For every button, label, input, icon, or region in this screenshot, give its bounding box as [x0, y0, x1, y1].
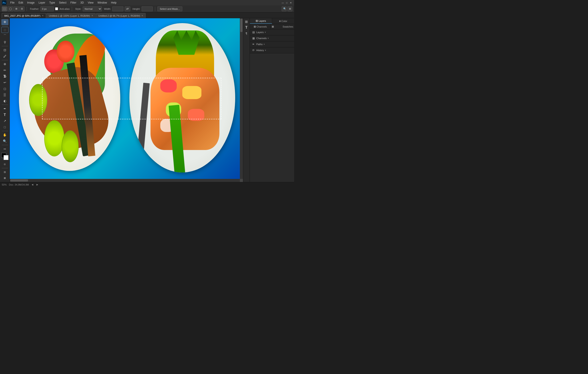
- menu-type[interactable]: Type: [47, 1, 57, 5]
- close-button[interactable]: ✕: [289, 1, 292, 4]
- tab-0[interactable]: IMG_2937.JPG @ 50% (RGB/8*) ✕: [2, 13, 46, 18]
- ellipse-marquee-btn[interactable]: ◯: [8, 6, 13, 11]
- hand-tool[interactable]: ✋: [1, 132, 9, 138]
- crop-tool[interactable]: ⊡: [1, 47, 9, 53]
- channels-panel-label: Channels: [256, 37, 267, 40]
- brush-tool[interactable]: ✏: [1, 67, 9, 73]
- swap-dimensions-btn[interactable]: ⇄: [125, 6, 130, 11]
- pen-tool[interactable]: ✒: [1, 106, 9, 112]
- tab-2-close[interactable]: ✕: [141, 15, 143, 17]
- layers-panel-header[interactable]: ▤ Layers ▾: [250, 29, 294, 35]
- screen-mode-btn[interactable]: ⊟: [1, 169, 9, 175]
- status-next-btn[interactable]: ▶: [36, 183, 39, 186]
- vertical-scrollbar[interactable]: [240, 18, 243, 179]
- gradient-tool[interactable]: ▒: [1, 92, 9, 98]
- feather-input[interactable]: [41, 6, 54, 11]
- lime2: [44, 120, 64, 156]
- quick-mask-btn[interactable]: ◎: [1, 161, 9, 167]
- right-sidebar: ▤ Layers ◈ Color ▦ Channels ▦ Layers Swa…: [250, 18, 294, 182]
- eraser-tool[interactable]: ◻: [1, 85, 9, 92]
- layers-tab-icon: ▤: [256, 19, 258, 22]
- color-tab-label: Color: [282, 20, 287, 22]
- color-tab[interactable]: ◈ Color: [272, 18, 294, 24]
- anti-alias-checkbox[interactable]: [55, 7, 58, 10]
- paths-panel-group: ✒ Paths ▾: [250, 41, 294, 47]
- style-select[interactable]: Normal Fixed Ratio Fixed Size: [83, 6, 102, 11]
- history-panel-header[interactable]: ⟳ History ▾: [250, 47, 294, 53]
- menu-view[interactable]: View: [86, 1, 95, 5]
- paths-panel-header[interactable]: ✒ Paths ▾: [250, 41, 294, 47]
- rotate-view-btn[interactable]: ⊠: [1, 175, 9, 181]
- tab-2[interactable]: Untitled-2 @ 66,7% (Layer 1, RGB/8#) ✕: [96, 13, 146, 18]
- lasso-tool[interactable]: ⌒: [1, 33, 9, 39]
- marquee-tool[interactable]: ⬚: [1, 27, 9, 33]
- artboard-tool-btn[interactable]: ⊞: [244, 19, 249, 24]
- more-tools-btn[interactable]: •••: [1, 146, 9, 152]
- subtract-selection-btn[interactable]: ⊟: [19, 6, 24, 11]
- canvas-area[interactable]: [10, 18, 243, 182]
- shape-tool[interactable]: □: [1, 124, 9, 130]
- tab-1-label: Untitled-1 @ 100% (Layer 1, RGB/8#): [49, 14, 90, 17]
- food-image: [10, 18, 240, 179]
- v-scrollbar-thumb[interactable]: [240, 19, 242, 32]
- menu-edit[interactable]: Edit: [17, 1, 25, 5]
- healing-tool[interactable]: ⊕: [1, 61, 9, 67]
- foreground-options: [1, 153, 9, 160]
- menu-layer[interactable]: Layer: [37, 1, 47, 5]
- status-prev-btn[interactable]: ◀: [31, 183, 34, 186]
- tab-1[interactable]: Untitled-1 @ 100% (Layer 1, RGB/8#) ✕: [46, 13, 95, 18]
- paths-panel-label: Paths: [256, 43, 262, 46]
- type-tool[interactable]: T: [1, 112, 9, 118]
- maximize-button[interactable]: □: [285, 1, 288, 4]
- tab-1-close[interactable]: ✕: [91, 15, 93, 17]
- menu-bar: Ps File Edit Image Layer Type Select Fil…: [0, 0, 294, 5]
- menu-filter[interactable]: Filter: [69, 1, 78, 5]
- pineapple-leaves: [173, 31, 200, 55]
- zoom-tool[interactable]: 🔍: [1, 138, 9, 144]
- type-tool-side-btn[interactable]: T: [244, 25, 249, 30]
- width-input[interactable]: [112, 6, 123, 11]
- eyedropper-tool[interactable]: 🖉: [1, 53, 9, 59]
- path-select-tool[interactable]: ↗: [1, 118, 9, 124]
- paragraph-tool-btn[interactable]: ¶: [244, 31, 249, 36]
- chunk1: [160, 79, 177, 93]
- minimize-button[interactable]: —: [281, 1, 284, 4]
- menu-file[interactable]: File: [9, 1, 16, 5]
- workspace-btn[interactable]: ⊞: [287, 6, 292, 11]
- divider-2: [72, 7, 72, 11]
- add-selection-btn[interactable]: ⊞: [14, 6, 19, 11]
- swatches-tab[interactable]: ▦ Layers Swatches: [271, 24, 294, 29]
- menu-select[interactable]: Select: [57, 1, 68, 5]
- h-scrollbar-thumb[interactable]: [10, 179, 28, 182]
- channels-tab-label: Channels: [257, 25, 267, 28]
- style-label: Style:: [75, 8, 81, 10]
- menu-window[interactable]: Window: [96, 1, 109, 5]
- burn-tool[interactable]: ◐: [1, 98, 9, 104]
- quick-select-tool[interactable]: ⚲: [1, 39, 9, 45]
- history-brush-tool[interactable]: ↩: [1, 80, 9, 85]
- anti-alias-area: Anti-alias: [55, 7, 70, 10]
- channels-panel-icon: ▦: [252, 36, 255, 40]
- tab-0-close[interactable]: ✕: [42, 15, 43, 17]
- horizontal-scrollbar[interactable]: [10, 179, 240, 182]
- menu-help[interactable]: Help: [109, 1, 118, 5]
- menu-3d[interactable]: 3D: [78, 1, 85, 5]
- window-controls: — □ ✕: [281, 1, 292, 4]
- chunk2: [182, 86, 202, 99]
- height-input[interactable]: [142, 6, 153, 11]
- clone-stamp-tool[interactable]: 🗜: [1, 73, 9, 79]
- app-logo: Ps: [2, 0, 7, 5]
- panel-tabs-top: ▤ Layers ◈ Color: [250, 18, 294, 24]
- fork-right: [137, 83, 150, 157]
- menu-image[interactable]: Image: [25, 1, 36, 5]
- channels-panel-header[interactable]: ▦ Channels ▾: [250, 35, 294, 41]
- rect-marquee-btn[interactable]: ⬚: [2, 6, 7, 11]
- background-color[interactable]: [4, 155, 9, 160]
- history-collapse-arrow: ▾: [265, 49, 266, 51]
- select-mask-button[interactable]: Select and Mask...: [158, 6, 182, 11]
- layers-tab[interactable]: ▤ Layers: [250, 18, 272, 24]
- move-tool[interactable]: ✥: [1, 19, 9, 25]
- search-btn[interactable]: 🔍: [282, 6, 287, 11]
- channels-tab[interactable]: ▦ Channels: [250, 24, 271, 29]
- layers-panel-group: ▤ Layers ▾: [250, 29, 294, 35]
